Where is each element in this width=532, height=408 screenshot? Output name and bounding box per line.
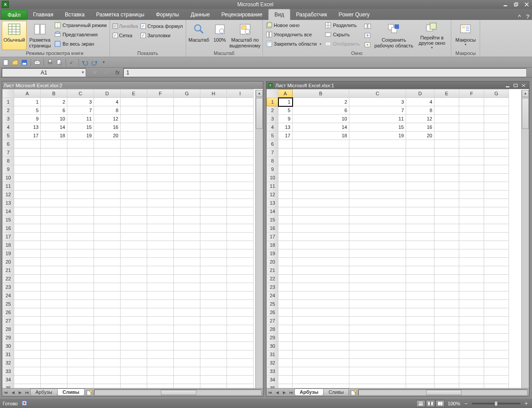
column-header[interactable]: E <box>434 89 459 98</box>
row-header[interactable]: 15 <box>267 216 278 224</box>
cell[interactable] <box>147 148 174 157</box>
cell[interactable] <box>41 140 67 148</box>
page-break-view-icon[interactable] <box>436 400 445 407</box>
cell[interactable] <box>349 350 406 359</box>
cell[interactable] <box>349 148 406 157</box>
cell[interactable] <box>434 317 459 325</box>
cell[interactable] <box>349 317 406 325</box>
cell[interactable] <box>121 249 147 258</box>
cell[interactable] <box>121 325 147 334</box>
cell[interactable] <box>406 275 434 283</box>
cell[interactable]: 10 <box>293 115 349 123</box>
cell[interactable] <box>349 359 406 367</box>
cell[interactable] <box>293 283 349 291</box>
cell[interactable] <box>147 207 174 216</box>
cell[interactable] <box>67 157 94 165</box>
cell[interactable] <box>484 98 509 106</box>
cell[interactable] <box>227 291 254 300</box>
sheet-tab[interactable]: Сливы <box>323 389 349 395</box>
cell[interactable] <box>434 216 459 224</box>
cell[interactable] <box>94 266 121 275</box>
cell[interactable] <box>147 190 174 199</box>
cell[interactable] <box>67 317 94 325</box>
cell[interactable] <box>147 140 174 148</box>
row-header[interactable]: 26 <box>267 308 278 317</box>
cell[interactable] <box>41 224 67 233</box>
row-header[interactable]: 1 <box>267 98 278 106</box>
cell[interactable] <box>121 359 147 367</box>
cell[interactable] <box>67 199 94 207</box>
row-header[interactable]: 20 <box>267 258 278 266</box>
cell[interactable] <box>459 224 484 233</box>
window-caption[interactable]: X Лист Microsoft Excel.xlsx:1 <box>266 82 529 89</box>
cell[interactable] <box>121 182 147 190</box>
cancel-icon[interactable]: ✕ <box>89 68 100 77</box>
cell[interactable] <box>121 123 147 132</box>
tab-nav-first-icon[interactable]: ⏮ <box>2 389 9 396</box>
cell[interactable] <box>227 342 254 350</box>
cell[interactable] <box>200 359 227 367</box>
row-header[interactable]: 35 <box>267 384 278 389</box>
cell[interactable] <box>121 233 147 241</box>
cell[interactable] <box>227 334 254 342</box>
cell[interactable] <box>41 334 67 342</box>
cell[interactable] <box>200 241 227 249</box>
cell[interactable] <box>121 300 147 308</box>
row-header[interactable]: 22 <box>267 275 278 283</box>
cell[interactable] <box>227 275 254 283</box>
cell[interactable] <box>174 140 200 148</box>
cell[interactable] <box>293 148 349 157</box>
row-header[interactable]: 34 <box>267 376 278 384</box>
row-header[interactable]: 33 <box>267 367 278 376</box>
column-header[interactable]: D <box>406 89 434 98</box>
close-button[interactable] <box>522 1 532 8</box>
row-header[interactable]: 8 <box>3 157 14 165</box>
cell[interactable] <box>67 233 94 241</box>
cell[interactable] <box>227 233 254 241</box>
cell[interactable] <box>41 359 67 367</box>
cell[interactable] <box>459 308 484 317</box>
cell[interactable] <box>459 216 484 224</box>
cell[interactable] <box>459 283 484 291</box>
cell[interactable] <box>14 233 41 241</box>
file-tab[interactable]: Файл <box>1 10 27 20</box>
cell[interactable] <box>121 291 147 300</box>
fx-icon[interactable]: fx <box>112 68 123 77</box>
cell[interactable] <box>67 275 94 283</box>
cell[interactable] <box>349 266 406 275</box>
cell[interactable] <box>14 199 41 207</box>
cell[interactable] <box>293 291 349 300</box>
cell[interactable] <box>227 283 254 291</box>
cell[interactable] <box>406 376 434 384</box>
cell[interactable] <box>174 241 200 249</box>
cell[interactable] <box>41 275 67 283</box>
cell[interactable] <box>200 342 227 350</box>
cell[interactable] <box>278 216 293 224</box>
cell[interactable] <box>14 308 41 317</box>
cell[interactable] <box>459 359 484 367</box>
cell[interactable] <box>434 140 459 148</box>
cell[interactable] <box>434 291 459 300</box>
row-header[interactable]: 2 <box>3 106 14 115</box>
cell[interactable] <box>200 199 227 207</box>
cell[interactable] <box>121 157 147 165</box>
cell[interactable] <box>278 182 293 190</box>
cell[interactable] <box>406 359 434 367</box>
cell[interactable]: 12 <box>94 115 121 123</box>
cell[interactable] <box>227 123 254 132</box>
cell[interactable] <box>41 283 67 291</box>
cell[interactable] <box>147 258 174 266</box>
cell[interactable] <box>349 376 406 384</box>
cell[interactable] <box>406 384 434 389</box>
gridlines-checkbox[interactable]: ✓Сетка <box>112 31 139 40</box>
cell[interactable] <box>147 98 174 106</box>
cell[interactable] <box>293 376 349 384</box>
cell[interactable] <box>406 283 434 291</box>
switch-windows-button[interactable]: Перейти в другое окно ▼ <box>415 21 449 50</box>
cell[interactable] <box>94 384 121 389</box>
full-screen-button[interactable]: Во весь экран <box>53 39 108 48</box>
cell[interactable] <box>293 233 349 241</box>
cell[interactable] <box>293 241 349 249</box>
cell[interactable] <box>434 308 459 317</box>
cell[interactable] <box>41 148 67 157</box>
